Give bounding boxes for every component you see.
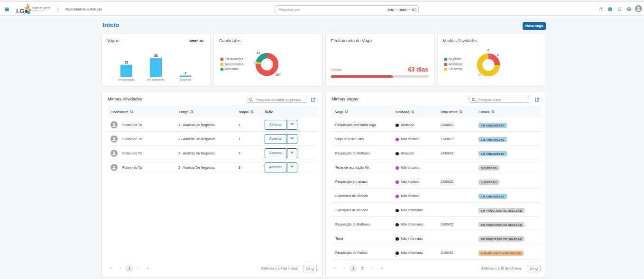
- svg-text:2: 2: [184, 72, 186, 75]
- svg-text:em andamento: em andamento: [147, 78, 164, 81]
- svg-text:33: 33: [125, 61, 129, 64]
- svg-text:em aprovação: em aprovação: [119, 78, 135, 81]
- svg-text:Suspensa: Suspensa: [180, 78, 191, 81]
- svg-text:?: ?: [600, 8, 602, 11]
- svg-text:53: 53: [154, 54, 158, 57]
